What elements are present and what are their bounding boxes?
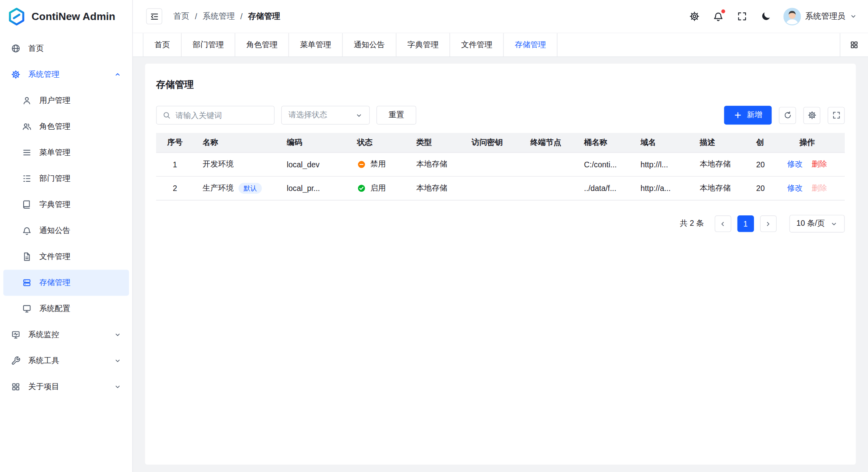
storage-card: 存储管理 请选择状态 重置 新增 <box>145 64 856 465</box>
tab-label: 字典管理 <box>407 40 438 50</box>
column-header-operation: 操作 <box>770 138 845 148</box>
next-page-button[interactable] <box>760 215 776 232</box>
refresh-button[interactable] <box>779 106 796 124</box>
grid-icon <box>850 40 858 49</box>
sidebar-item-about-project[interactable]: 关于项目 <box>3 374 129 400</box>
sidebar-menu: 首页 系统管理 用户管理 角色管理 菜单管理 部门管理 <box>0 33 132 472</box>
cell-status: 启用 <box>348 183 407 193</box>
settings-button[interactable] <box>688 10 701 23</box>
sidebar-item-system-tools[interactable]: 系统工具 <box>3 348 129 374</box>
pagination: 共 2 条 1 10 条/页 <box>156 215 845 233</box>
delete-link[interactable]: 删除 <box>812 159 827 169</box>
sidebar-item-label: 文件管理 <box>39 252 121 262</box>
chevron-up-icon <box>114 71 121 78</box>
sidebar: ContiNew Admin 首页 系统管理 用户管理 角色管理 <box>0 0 133 472</box>
sidebar-collapse-button[interactable] <box>146 8 162 24</box>
sidebar-item-user-mgmt[interactable]: 用户管理 <box>3 88 129 114</box>
breadcrumb-home[interactable]: 首页 <box>173 11 189 22</box>
table-fullscreen-button[interactable] <box>828 106 845 124</box>
status-select-value: 请选择状态 <box>289 110 351 120</box>
breadcrumb-system-mgmt[interactable]: 系统管理 <box>202 11 235 22</box>
app-title: ContiNew Admin <box>32 10 115 22</box>
tab-label: 菜单管理 <box>300 40 331 50</box>
add-button[interactable]: 新增 <box>724 106 772 125</box>
cell-desc: 本地存储 <box>691 183 747 193</box>
notifications-button[interactable] <box>712 10 724 23</box>
user-menu[interactable]: 系统管理员 <box>783 8 857 25</box>
sidebar-item-dept-mgmt[interactable]: 部门管理 <box>3 166 129 192</box>
cell-name: 生产环境 默认 <box>194 183 278 194</box>
sidebar-item-dict-mgmt[interactable]: 字典管理 <box>3 192 129 218</box>
column-header-access-key: 访问密钥 <box>463 138 521 148</box>
tab-menu-mgmt[interactable]: 菜单管理 <box>289 33 343 56</box>
cell-code: local_pr... <box>278 184 348 193</box>
refresh-icon <box>783 111 792 120</box>
cell-name: 开发环境 <box>194 159 278 169</box>
dark-mode-button[interactable] <box>759 10 772 23</box>
sidebar-item-role-mgmt[interactable]: 角色管理 <box>3 114 129 140</box>
logo[interactable]: ContiNew Admin <box>0 0 132 33</box>
page-title: 存储管理 <box>156 78 845 91</box>
sidebar-item-notice[interactable]: 通知公告 <box>3 218 129 244</box>
list-tree-icon <box>22 174 32 183</box>
tab-options-button[interactable] <box>840 33 868 56</box>
prev-page-button[interactable] <box>714 215 731 232</box>
plus-icon <box>734 111 742 120</box>
page-number-button[interactable]: 1 <box>737 215 754 232</box>
sidebar-item-menu-mgmt[interactable]: 菜单管理 <box>3 140 129 166</box>
chevron-down-icon <box>850 13 857 20</box>
tab-file-mgmt[interactable]: 文件管理 <box>450 33 504 56</box>
chevron-down-icon <box>355 112 363 119</box>
column-header-name: 名称 <box>194 138 278 148</box>
tab-role-mgmt[interactable]: 角色管理 <box>235 33 289 56</box>
sidebar-item-file-mgmt[interactable]: 文件管理 <box>3 244 129 270</box>
tab-dept-mgmt[interactable]: 部门管理 <box>182 33 235 56</box>
cell-status: 禁用 <box>348 159 407 169</box>
storage-table: 序号 名称 编码 状态 类型 访问密钥 终端节点 桶名称 域名 描述 创 操作 <box>156 133 845 201</box>
tab-dict-mgmt[interactable]: 字典管理 <box>396 33 450 56</box>
sidebar-item-system-mgmt[interactable]: 系统管理 <box>3 62 129 88</box>
sidebar-item-label: 存储管理 <box>39 278 121 288</box>
sidebar-item-label: 菜单管理 <box>39 148 121 158</box>
edit-link[interactable]: 修改 <box>787 159 803 169</box>
column-header-no: 序号 <box>156 138 194 148</box>
tab-home[interactable]: 首页 <box>143 33 182 56</box>
sidebar-item-system-config[interactable]: 系统配置 <box>3 296 129 322</box>
chevron-right-icon <box>765 220 772 227</box>
book-icon <box>22 200 32 209</box>
tab-storage-mgmt[interactable]: 存储管理 <box>504 33 557 56</box>
column-header-domain: 域名 <box>631 138 691 148</box>
table-row: 1 开发环境 local_dev 禁用 本地存储 C:/conti... htt… <box>156 153 845 177</box>
sidebar-item-storage-mgmt[interactable]: 存储管理 <box>3 270 129 296</box>
cell-domain: http://l... <box>631 160 691 169</box>
cell-bucket: ../data/f... <box>575 184 631 193</box>
column-header-status: 状态 <box>348 138 407 148</box>
user-icon <box>22 96 32 105</box>
page-content: 存储管理 请选择状态 重置 新增 <box>133 57 868 472</box>
grid-icon <box>11 382 21 392</box>
tab-label: 文件管理 <box>461 40 492 50</box>
chevron-down-icon <box>830 220 838 227</box>
sidebar-item-label: 系统工具 <box>28 356 106 366</box>
column-header-created: 创 <box>747 138 766 148</box>
status-text: 禁用 <box>370 159 386 169</box>
column-settings-button[interactable] <box>803 106 820 124</box>
tab-notice[interactable]: 通知公告 <box>343 33 396 56</box>
page-size-select[interactable]: 10 条/页 <box>789 215 845 233</box>
sidebar-item-label: 首页 <box>28 44 121 54</box>
status-select[interactable]: 请选择状态 <box>281 106 370 125</box>
sidebar-item-system-monitor[interactable]: 系统监控 <box>3 322 129 348</box>
sidebar-item-label: 系统监控 <box>28 330 106 340</box>
tab-bar: 首页 部门管理 角色管理 菜单管理 通知公告 字典管理 文件管理 存储管理 <box>133 33 868 57</box>
search-input[interactable] <box>176 111 269 120</box>
add-button-label: 新增 <box>747 110 762 120</box>
delete-link-disabled[interactable]: 删除 <box>812 183 827 193</box>
sidebar-item-home[interactable]: 首页 <box>3 36 129 62</box>
gear-icon <box>11 70 21 79</box>
fullscreen-button[interactable] <box>736 10 748 23</box>
gear-icon <box>808 111 816 120</box>
reset-button[interactable]: 重置 <box>377 106 417 125</box>
edit-link[interactable]: 修改 <box>787 183 803 193</box>
sidebar-item-label: 系统配置 <box>39 304 121 314</box>
search-icon <box>162 111 171 120</box>
